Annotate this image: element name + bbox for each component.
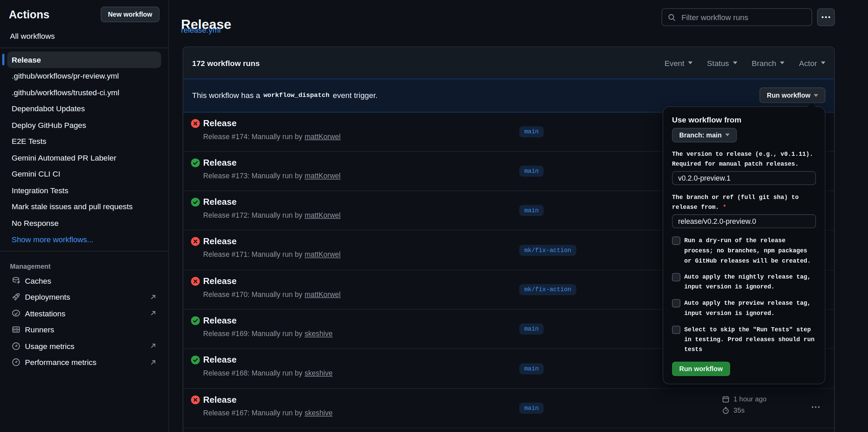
sidebar-item-usage-metrics[interactable]: Usage metrics	[7, 338, 161, 354]
sidebar-item-gemini-cli-ci[interactable]: Gemini CLI CI	[7, 166, 161, 182]
cache-icon	[12, 276, 20, 285]
sidebar-item-mark-stale[interactable]: Mark stale issues and pull requests	[7, 199, 161, 215]
sidebar-item-caches[interactable]: Caches	[7, 272, 161, 289]
sidebar-item-all-workflows[interactable]: All workflows	[0, 28, 168, 44]
rocket-icon	[12, 293, 20, 301]
run-title-link[interactable]: Release	[203, 276, 237, 286]
calendar-icon	[722, 396, 730, 403]
external-link-icon	[150, 343, 157, 350]
run-description: Release #167: Manually run byskeshive	[203, 409, 333, 417]
run-title-link[interactable]: Release	[203, 158, 237, 167]
actor-filter-dropdown[interactable]: Actor	[799, 59, 826, 67]
workflow-run-row: Release Release #167: Manually run byske…	[183, 389, 834, 428]
sidebar-item-pr-review[interactable]: .github/workflows/pr-review.yml	[7, 68, 161, 84]
run-description: Release #171: Manually run bymattKorwel	[203, 251, 341, 259]
workflow-run-row	[183, 428, 834, 432]
sidebar-item-integration-tests[interactable]: Integration Tests	[7, 182, 161, 199]
run-description: Release #173: Manually run bymattKorwel	[203, 171, 341, 180]
version-input[interactable]	[672, 171, 816, 185]
filter-workflow-runs-box	[662, 8, 812, 26]
sidebar-item-no-response[interactable]: No Response	[7, 215, 161, 231]
sidebar-item-e2e-tests[interactable]: E2E Tests	[7, 133, 161, 150]
branch-label[interactable]: main	[519, 126, 544, 137]
run-actor-link[interactable]: skeshive	[305, 409, 333, 417]
preview-tag-checkbox[interactable]	[672, 299, 680, 308]
skip-tests-option: Select to skip the "Run Tests" step in t…	[672, 325, 816, 355]
branch-label[interactable]: main	[519, 323, 544, 335]
sidebar-item-release[interactable]: Release	[7, 51, 161, 68]
run-title-link[interactable]: Release	[203, 237, 237, 246]
skip-tests-checkbox[interactable]	[672, 326, 680, 334]
run-actor-link[interactable]: mattKorwel	[305, 171, 341, 180]
run-title-link[interactable]: Release	[203, 316, 237, 325]
sidebar-item-label: Caches	[25, 276, 51, 285]
branch-label[interactable]: main	[519, 205, 544, 216]
run-title-link[interactable]: Release	[203, 197, 237, 207]
status-filter-dropdown[interactable]: Status	[707, 59, 737, 67]
runs-card-header: 172 workflow runs Event Status Branch Ac…	[183, 47, 834, 79]
run-description: Release #174: Manually run bymattKorwel	[203, 132, 341, 140]
run-actor-link[interactable]: skeshive	[305, 330, 333, 338]
workflow-file-link[interactable]: release.yml	[181, 26, 221, 34]
sidebar-item-gemini-pr-labeler[interactable]: Gemini Automated PR Labeler	[7, 150, 161, 166]
sidebar-item-deployments[interactable]: Deployments	[7, 289, 161, 305]
branch-ref-input[interactable]	[672, 215, 816, 229]
dry-run-checkbox[interactable]	[672, 237, 680, 245]
run-actor-link[interactable]: mattKorwel	[305, 211, 341, 219]
branch-label[interactable]: main	[519, 166, 544, 177]
sidebar-item-deploy-github-pages[interactable]: Deploy GitHub Pages	[7, 117, 161, 133]
run-actor-link[interactable]: mattKorwel	[305, 251, 341, 259]
required-asterisk: *	[723, 204, 727, 211]
run-description: Release #172: Manually run bymattKorwel	[203, 211, 341, 219]
sidebar-item-attestations[interactable]: Attestations	[7, 305, 161, 321]
branch-select-button[interactable]: Branch: main	[672, 128, 737, 142]
show-more-workflows-link[interactable]: Show more workflows...	[7, 231, 161, 248]
sidebar-item-trusted-ci[interactable]: .github/workflows/trusted-ci.yml	[7, 84, 161, 100]
run-actor-link[interactable]: skeshive	[305, 369, 333, 377]
sidebar-item-runners[interactable]: Runners	[7, 321, 161, 338]
management-list: Caches Deployments	[0, 272, 168, 370]
checkbox-label: Auto apply the preview release tag, inpu…	[684, 298, 815, 318]
run-workflow-popover: Use workflow from Branch: main The versi…	[663, 106, 826, 385]
chevron-down-icon	[821, 62, 826, 64]
workflow-options-kebab-button[interactable]	[817, 8, 835, 26]
success-icon	[191, 356, 200, 365]
workflow-list: Release .github/workflows/pr-review.yml …	[0, 51, 168, 247]
run-workflow-submit-button[interactable]: Run workflow	[672, 362, 730, 376]
failure-icon	[191, 119, 200, 128]
run-description: Release #168: Manually run byskeshive	[203, 369, 333, 377]
meter-icon	[12, 342, 20, 350]
branch-label[interactable]: main	[519, 363, 544, 374]
branch-label[interactable]: main	[519, 403, 544, 414]
chevron-down-icon	[688, 62, 693, 64]
sidebar-item-dependabot-updates[interactable]: Dependabot Updates	[7, 101, 161, 117]
event-filter-dropdown[interactable]: Event	[665, 59, 693, 67]
sidebar-item-performance-metrics[interactable]: Performance metrics	[7, 354, 161, 370]
success-icon	[191, 158, 200, 167]
sidebar-item-label: Runners	[25, 325, 54, 334]
run-workflow-dropdown-button[interactable]: Run workflow	[760, 88, 825, 103]
branch-filter-dropdown[interactable]: Branch	[752, 59, 785, 67]
run-title-link[interactable]: Release	[203, 118, 237, 128]
run-actor-link[interactable]: mattKorwel	[305, 290, 341, 298]
runs-filters: Event Status Branch Actor	[665, 59, 826, 67]
run-title-link[interactable]: Release	[203, 395, 237, 404]
run-title-link[interactable]: Release	[203, 355, 237, 365]
dry-run-option: Run a dry-run of the release process; no…	[672, 236, 816, 266]
nightly-tag-checkbox[interactable]	[672, 273, 680, 281]
meter-icon	[12, 358, 20, 367]
kebab-icon	[812, 406, 820, 408]
run-actor-link[interactable]: mattKorwel	[305, 132, 341, 140]
run-meta: 1 hour ago 35s	[722, 395, 767, 417]
search-icon	[668, 13, 676, 21]
actions-page: Actions New workflow All workflows Relea…	[0, 0, 868, 432]
branch-label[interactable]: mk/fix-action	[519, 245, 576, 256]
filter-workflow-runs-input[interactable]	[680, 12, 806, 22]
chevron-down-icon	[725, 134, 729, 136]
sidebar-item-label: Deployments	[25, 293, 70, 301]
run-options-kebab-button[interactable]	[812, 401, 820, 410]
new-workflow-button[interactable]: New workflow	[101, 7, 159, 22]
branch-label[interactable]: mk/fix-action	[519, 284, 576, 295]
external-link-icon	[150, 359, 157, 366]
sidebar-item-label: Performance metrics	[25, 358, 96, 367]
